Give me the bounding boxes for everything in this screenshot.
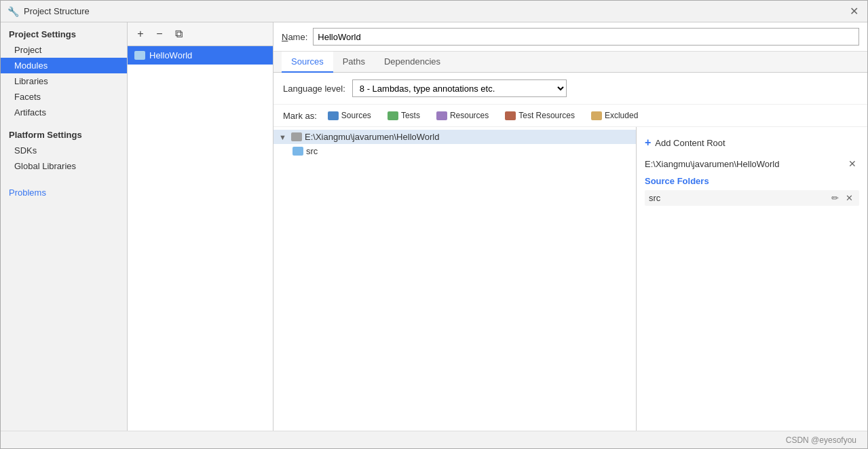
app-icon: 🔧 [7,6,18,17]
source-folders-title: Source Folders [645,176,859,186]
mark-test-resources-label: Test Resources [518,111,575,120]
tab-sources[interactable]: Sources [282,52,333,73]
sidebar: Project Settings Project Modules Librari… [1,22,128,431]
mark-excluded-label: Excluded [605,111,638,120]
add-content-root-button[interactable]: + Add Content Root [645,134,859,151]
plus-icon: + [645,137,651,149]
file-tree: ▼ E:\Xiangmu\javarumen\HelloWorld src [273,127,637,431]
tests-icon [388,111,398,120]
name-label-underline: N [282,32,288,42]
source-folder-name: src [649,193,660,203]
mark-tests-label: Tests [401,111,420,120]
name-input[interactable] [313,28,859,46]
tree-item-root[interactable]: ▼ E:\Xiangmu\javarumen\HelloWorld [273,130,636,144]
mark-as-label: Mark as: [283,111,317,121]
split-area: ▼ E:\Xiangmu\javarumen\HelloWorld src + … [273,127,867,431]
root-close-button[interactable]: ✕ [846,157,859,170]
window-title: Project Structure [24,6,847,16]
sidebar-item-modules[interactable]: Modules [1,58,127,73]
mark-test-resources-button[interactable]: Test Resources [499,109,580,122]
name-label: Name: [282,32,307,42]
language-level-select[interactable]: 3 - Enums, autoboxing, etc. 5 - Enums, a… [352,79,567,97]
tree-item-src[interactable]: src [273,144,636,158]
module-toolbar: + − ⧉ [128,22,273,46]
remove-source-folder-button[interactable]: ✕ [844,192,855,204]
platform-settings-title: Platform Settings [1,120,127,143]
tree-root-label: E:\Xiangmu\javarumen\HelloWorld [305,132,439,142]
mark-resources-button[interactable]: Resources [431,109,494,122]
chevron-icon: ▼ [279,133,288,141]
source-folder-actions: ✏ ✕ [829,192,855,204]
problems-link[interactable]: Problems [1,181,127,200]
module-folder-icon [134,51,145,60]
tab-paths[interactable]: Paths [333,52,375,73]
name-row: Name: [273,22,867,52]
mark-resources-label: Resources [450,111,489,120]
edit-source-folder-button[interactable]: ✏ [829,192,841,204]
title-bar: 🔧 Project Structure ✕ [1,1,867,22]
mark-sources-button[interactable]: Sources [322,109,377,122]
main-content: Project Settings Project Modules Librari… [1,22,867,431]
mark-sources-label: Sources [341,111,371,120]
add-content-root-label: Add Content Root [655,138,725,148]
roots-panel: + Add Content Root E:\Xiangmu\javarumen\… [637,127,867,431]
language-level-label: Language level: [283,84,345,94]
remove-module-button[interactable]: − [152,26,167,41]
tree-src-label: src [306,146,318,156]
sources-icon [328,111,339,120]
module-item-label: HelloWorld [149,50,192,60]
module-list: + − ⧉ HelloWorld [128,22,273,431]
test-resources-icon [505,111,516,120]
root-folder-icon [291,132,302,141]
sidebar-item-libraries[interactable]: Libraries [1,73,127,89]
main-window: 🔧 Project Structure ✕ Project Settings P… [0,0,868,449]
resources-icon [436,111,447,120]
sidebar-item-global-libraries[interactable]: Global Libraries [1,158,127,174]
module-item-helloworld[interactable]: HelloWorld [128,46,273,65]
bottom-bar: CSDN @eyesofyou [1,431,867,448]
sidebar-item-project[interactable]: Project [1,42,127,58]
tabs-bar: Sources Paths Dependencies [273,52,867,73]
root-path-row: E:\Xiangmu\javarumen\HelloWorld ✕ [645,157,859,170]
mark-excluded-button[interactable]: Excluded [586,109,643,122]
copy-module-button[interactable]: ⧉ [171,26,186,41]
sidebar-item-artifacts[interactable]: Artifacts [1,105,127,120]
root-path-text: E:\Xiangmu\javarumen\HelloWorld [645,159,779,169]
excluded-icon [591,111,602,120]
src-folder-icon [293,147,303,156]
sidebar-item-facets[interactable]: Facets [1,89,127,105]
sidebar-item-sdks[interactable]: SDKs [1,143,127,158]
mark-as-row: Mark as: Sources Tests Resources Test Re… [273,105,867,127]
source-folder-item-src: src ✏ ✕ [645,190,859,206]
close-button[interactable]: ✕ [847,5,861,18]
language-level-row: Language level: 3 - Enums, autoboxing, e… [273,73,867,105]
credit-text: CSDN @eyesofyou [786,435,856,445]
detail-panel: Name: Sources Paths Dependencies Languag… [273,22,867,431]
tab-dependencies[interactable]: Dependencies [375,52,450,73]
mark-tests-button[interactable]: Tests [382,109,426,122]
add-module-button[interactable]: + [133,26,148,41]
project-settings-title: Project Settings [1,22,127,42]
